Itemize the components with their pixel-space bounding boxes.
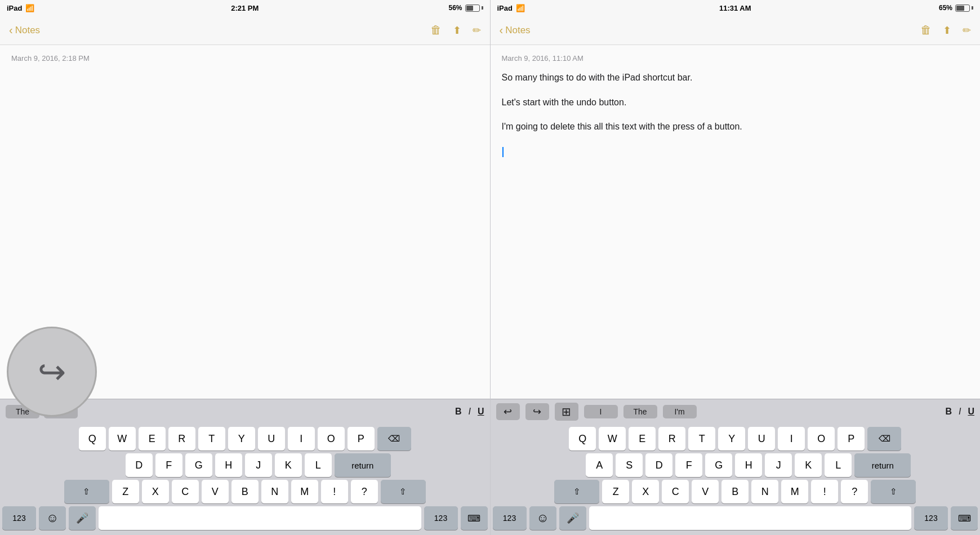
- rkey-r[interactable]: R: [658, 427, 685, 451]
- key-t[interactable]: T: [198, 427, 225, 451]
- key-mic-left[interactable]: 🎤: [69, 506, 96, 530]
- right-bold-btn[interactable]: B: [945, 407, 952, 417]
- left-back-chevron-icon[interactable]: ‹: [9, 24, 13, 37]
- rkey-o[interactable]: O: [808, 427, 835, 451]
- key-v-left[interactable]: V: [202, 480, 229, 503]
- rkey-num2[interactable]: 123: [914, 506, 948, 530]
- right-nav-left[interactable]: ‹ Notes: [500, 24, 531, 37]
- rkey-num[interactable]: 123: [493, 506, 527, 530]
- rkey-z[interactable]: Z: [602, 480, 629, 503]
- key-hide-left[interactable]: ⌨: [461, 506, 488, 530]
- right-compose-icon[interactable]: ✏: [963, 24, 971, 37]
- right-shortcut-i[interactable]: I: [584, 405, 618, 418]
- right-italic-btn[interactable]: I: [959, 407, 961, 417]
- key-return-left[interactable]: return: [335, 453, 391, 477]
- right-back-chevron-icon[interactable]: ‹: [500, 24, 504, 37]
- right-paste-btn[interactable]: ⊞: [555, 403, 578, 421]
- rkey-n[interactable]: N: [751, 480, 778, 503]
- key-shift-left[interactable]: ⇧: [64, 480, 109, 503]
- key-num-left[interactable]: 123: [2, 506, 36, 530]
- rkey-emoji[interactable]: ☺: [529, 506, 556, 530]
- key-j-left[interactable]: J: [245, 453, 272, 477]
- rkey-space[interactable]: [589, 506, 912, 530]
- rkey-q[interactable]: Q: [569, 427, 596, 451]
- key-l-left[interactable]: L: [305, 453, 332, 477]
- rkey-s[interactable]: S: [616, 453, 643, 477]
- right-trash-icon[interactable]: 🗑: [920, 24, 932, 37]
- key-b-left[interactable]: B: [231, 480, 259, 503]
- left-nav-left[interactable]: ‹ Notes: [9, 24, 40, 37]
- key-num2-left[interactable]: 123: [424, 506, 458, 530]
- key-n-left[interactable]: N: [261, 480, 288, 503]
- key-m-left[interactable]: M: [291, 480, 318, 503]
- key-q[interactable]: Q: [79, 427, 106, 451]
- rkey-w[interactable]: W: [599, 427, 626, 451]
- rkey-excl[interactable]: !: [811, 480, 838, 503]
- redo-circle[interactable]: ↪: [7, 327, 97, 417]
- rkey-hide[interactable]: ⌨: [951, 506, 978, 530]
- rkey-m[interactable]: M: [781, 480, 808, 503]
- key-k-left[interactable]: K: [275, 453, 302, 477]
- key-u[interactable]: U: [258, 427, 285, 451]
- rkey-p[interactable]: P: [838, 427, 865, 451]
- left-trash-icon[interactable]: 🗑: [430, 24, 442, 37]
- rkey-x[interactable]: X: [632, 480, 659, 503]
- key-p[interactable]: P: [348, 427, 375, 451]
- right-share-icon[interactable]: ⬆: [943, 24, 951, 37]
- key-c-left[interactable]: C: [172, 480, 199, 503]
- key-excl-left[interactable]: !: [321, 480, 348, 503]
- key-e[interactable]: E: [139, 427, 166, 451]
- right-redo-btn[interactable]: ↪: [525, 403, 549, 420]
- rkey-return[interactable]: return: [854, 453, 911, 477]
- rkey-d[interactable]: D: [645, 453, 672, 477]
- rkey-l[interactable]: L: [825, 453, 852, 477]
- key-w[interactable]: W: [109, 427, 136, 451]
- rkey-backspace[interactable]: ⌫: [867, 427, 901, 451]
- rkey-u[interactable]: U: [748, 427, 775, 451]
- key-f-left[interactable]: F: [155, 453, 182, 477]
- left-underline-btn[interactable]: U: [478, 407, 484, 417]
- key-h-left[interactable]: H: [215, 453, 242, 477]
- rkey-b[interactable]: B: [721, 480, 749, 503]
- right-shortcut-the[interactable]: The: [623, 405, 657, 418]
- rkey-t[interactable]: T: [688, 427, 715, 451]
- rkey-g[interactable]: G: [705, 453, 732, 477]
- key-emoji-left[interactable]: ☺: [39, 506, 66, 530]
- rkey-v[interactable]: V: [692, 480, 719, 503]
- key-r[interactable]: R: [168, 427, 195, 451]
- right-back-label[interactable]: Notes: [505, 25, 530, 36]
- rkey-e[interactable]: E: [629, 427, 656, 451]
- rkey-question[interactable]: ?: [841, 480, 868, 503]
- right-underline-btn[interactable]: U: [968, 407, 974, 417]
- left-back-label[interactable]: Notes: [15, 25, 40, 36]
- rkey-k[interactable]: K: [795, 453, 822, 477]
- rkey-c[interactable]: C: [662, 480, 689, 503]
- right-shortcut-im[interactable]: I'm: [663, 405, 697, 418]
- key-g-left[interactable]: G: [185, 453, 212, 477]
- key-z-left[interactable]: Z: [112, 480, 139, 503]
- right-undo-btn[interactable]: ↩: [496, 403, 520, 420]
- rkey-f[interactable]: F: [675, 453, 702, 477]
- rkey-shift2[interactable]: ⇧: [871, 480, 916, 503]
- key-space-left[interactable]: [99, 506, 421, 530]
- rkey-a[interactable]: A: [586, 453, 613, 477]
- rkey-i[interactable]: I: [778, 427, 805, 451]
- key-o[interactable]: O: [318, 427, 345, 451]
- key-shift2-left[interactable]: ⇧: [381, 480, 426, 503]
- key-comma-left[interactable]: ?: [351, 480, 378, 503]
- key-i[interactable]: I: [288, 427, 315, 451]
- left-bold-btn[interactable]: B: [455, 407, 462, 417]
- key-backspace-left[interactable]: ⌫: [377, 427, 411, 451]
- rkey-mic[interactable]: 🎤: [559, 506, 586, 530]
- left-italic-btn[interactable]: I: [468, 407, 470, 417]
- rkey-h[interactable]: H: [735, 453, 762, 477]
- left-compose-icon[interactable]: ✏: [473, 24, 481, 37]
- rkey-y[interactable]: Y: [718, 427, 745, 451]
- key-y[interactable]: Y: [228, 427, 255, 451]
- rkey-j[interactable]: J: [765, 453, 792, 477]
- rkey-shift[interactable]: ⇧: [554, 480, 599, 503]
- key-d-left[interactable]: D: [126, 453, 153, 477]
- left-share-icon[interactable]: ⬆: [453, 24, 461, 37]
- key-x-left[interactable]: X: [142, 480, 169, 503]
- right-note-area[interactable]: March 9, 2016, 11:10 AM So many things t…: [491, 45, 981, 399]
